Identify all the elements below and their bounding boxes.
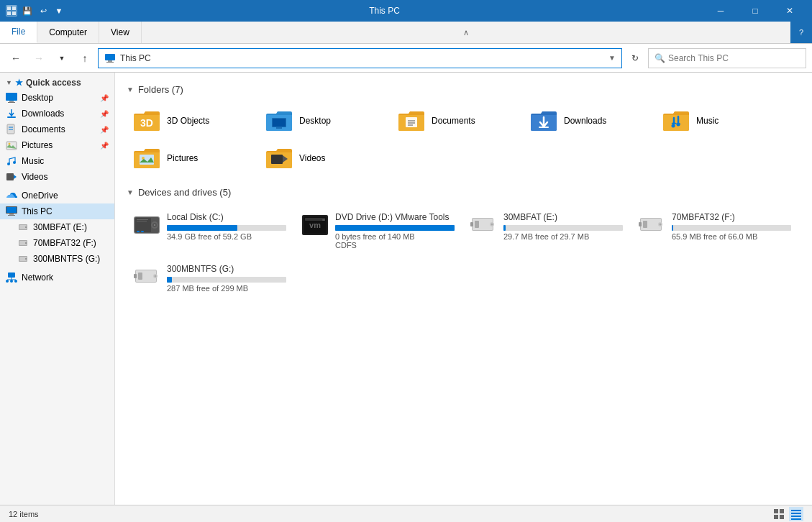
drive-d-name: DVD Drive (D:) VMware Tools	[335, 212, 455, 222]
svg-point-33	[25, 258, 27, 260]
svg-point-36	[6, 280, 9, 283]
window-title: This PC	[65, 6, 704, 16]
desktop-folder-icon	[265, 108, 293, 134]
forward-button[interactable]: →	[29, 48, 49, 68]
svg-rect-19	[6, 173, 14, 180]
drive-item-c[interactable]: Local Disk (C:) 34.9 GB free of 59.2 GB	[127, 206, 292, 255]
more-icon[interactable]: ▼	[53, 5, 65, 17]
drive-e-bar-bg	[503, 225, 623, 231]
tab-view[interactable]: View	[99, 22, 142, 43]
close-button[interactable]: ✕	[773, 0, 806, 22]
drive-item-e[interactable]: 30MBFAT (E:) 29.7 MB free of 29.7 MB	[463, 206, 629, 255]
devices-section-header[interactable]: ▼ Devices and drives (5)	[127, 187, 800, 198]
svg-rect-70	[322, 219, 325, 221]
svg-rect-8	[9, 101, 14, 102]
search-icon: 🔍	[654, 53, 665, 63]
drive-g-bar-fill	[167, 277, 172, 283]
tab-computer[interactable]: Computer	[37, 22, 99, 43]
search-input[interactable]	[668, 53, 800, 63]
sidebar-30mbfat-label: 30MBFAT (E:)	[33, 222, 87, 232]
sidebar-item-documents[interactable]: Documents 📌	[0, 122, 114, 137]
svg-rect-2	[7, 12, 11, 15]
pin-icon: 📌	[100, 94, 109, 102]
refresh-button[interactable]: ↻	[625, 48, 645, 68]
drive-f-bar-bg	[672, 225, 791, 231]
pictures-folder-icon	[132, 145, 161, 171]
svg-rect-22	[6, 207, 17, 213]
svg-rect-89	[774, 509, 778, 513]
sidebar-item-downloads[interactable]: Downloads 📌	[0, 106, 114, 122]
quick-access-header[interactable]: ▼ ★ Quick access	[0, 75, 114, 90]
address-field[interactable]: This PC ▼	[98, 48, 622, 68]
drive-item-f[interactable]: 70MBFAT32 (F:) 65.9 MB free of 66.0 MB	[631, 206, 797, 255]
usb-g-icon	[132, 264, 161, 290]
svg-rect-4	[105, 54, 115, 60]
maximize-button[interactable]: □	[739, 0, 772, 22]
sidebar-item-music[interactable]: Music	[0, 153, 114, 169]
search-box[interactable]: 🔍	[648, 48, 806, 68]
recent-locations-button[interactable]: ▼	[52, 48, 72, 68]
tab-file[interactable]: File	[0, 22, 37, 43]
folder-item-music[interactable]: Music	[656, 104, 785, 138]
folder-item-videos[interactable]: Videos	[259, 141, 388, 175]
svg-rect-0	[7, 6, 11, 10]
folder-item-3dobjects[interactable]: 3D 3D Objects	[127, 104, 256, 138]
sidebar-network-label: Network	[22, 273, 53, 283]
drive-item-g[interactable]: 300MBNTFS (G:) 287 MB free of 299 MB	[127, 258, 292, 298]
sidebar-item-onedrive[interactable]: OneDrive	[0, 188, 114, 203]
music-folder-icon	[662, 108, 690, 134]
help-button[interactable]: ?	[790, 22, 812, 43]
folder-item-documents[interactable]: Documents	[391, 104, 521, 138]
sidebar-item-thispc[interactable]: This PC	[0, 203, 114, 219]
sidebar-item-pictures[interactable]: Pictures 📌	[0, 137, 114, 153]
minimize-button[interactable]: ─	[704, 0, 737, 22]
documents-sidebar-icon	[6, 124, 17, 135]
save-icon[interactable]: 💾	[22, 5, 33, 17]
details-view-button[interactable]	[789, 507, 803, 521]
hdd-c-icon	[132, 212, 161, 238]
svg-rect-96	[791, 518, 801, 520]
undo-icon[interactable]: ↩	[37, 5, 49, 17]
sidebar-item-30mbfat[interactable]: 30MBFAT (E:)	[0, 219, 114, 235]
svg-point-88	[155, 275, 157, 278]
folder-item-pictures[interactable]: Pictures	[127, 141, 256, 175]
sidebar-item-70mbfat32[interactable]: 70MBFAT32 (F:)	[0, 235, 114, 251]
up-button[interactable]: ↑	[75, 48, 95, 68]
svg-rect-23	[9, 214, 14, 215]
item-count: 12 items	[9, 510, 39, 518]
computer-icon	[104, 52, 116, 64]
svg-point-50	[672, 124, 675, 128]
sidebar-item-network[interactable]: Network	[0, 270, 114, 285]
sidebar-item-videos[interactable]: Videos	[0, 169, 114, 185]
address-dropdown-icon[interactable]: ▼	[608, 54, 616, 62]
drive-d-bar-fill	[335, 225, 455, 231]
drive-item-d[interactable]: vm DVD Drive (D:) VMware Tools 0 bytes f…	[295, 206, 460, 255]
desktop-sidebar-icon	[6, 92, 17, 104]
large-icons-view-button[interactable]	[772, 507, 786, 521]
svg-point-61	[154, 224, 155, 226]
drive-d-bar-bg	[335, 225, 455, 231]
svg-text:vm: vm	[309, 221, 321, 229]
svg-rect-6	[106, 62, 114, 63]
folder-item-desktop[interactable]: Desktop	[259, 104, 388, 138]
folder-downloads-name: Downloads	[564, 116, 606, 126]
svg-rect-5	[108, 60, 112, 62]
back-button[interactable]: ←	[6, 48, 26, 68]
status-bar: 12 items	[0, 505, 812, 522]
svg-text:3D: 3D	[140, 117, 153, 129]
sidebar-item-300mbntfs[interactable]: 300MBNTFS (G:)	[0, 251, 114, 267]
sidebar-item-desktop[interactable]: Desktop 📌	[0, 90, 114, 106]
svg-rect-86	[138, 273, 142, 280]
sidebar-onedrive-label: OneDrive	[22, 191, 58, 201]
svg-rect-7	[6, 93, 17, 101]
content-area: ▼ Folders (7) 3D 3D Objects	[115, 73, 812, 505]
drive-f-name: 70MBFAT32 (F:)	[672, 212, 791, 222]
ribbon-expand-button[interactable]: ∧	[457, 22, 475, 43]
pin-icon-4: 📌	[100, 142, 109, 150]
drive-g-free: 287 MB free of 299 MB	[167, 284, 286, 293]
folders-section-header[interactable]: ▼ Folders (7)	[127, 84, 800, 95]
svg-rect-34	[8, 273, 15, 278]
folder-item-downloads[interactable]: Downloads	[524, 104, 653, 138]
title-bar-quick-access: 💾 ↩ ▼	[6, 5, 65, 17]
drive-e-free: 29.7 MB free of 29.7 MB	[503, 232, 623, 241]
